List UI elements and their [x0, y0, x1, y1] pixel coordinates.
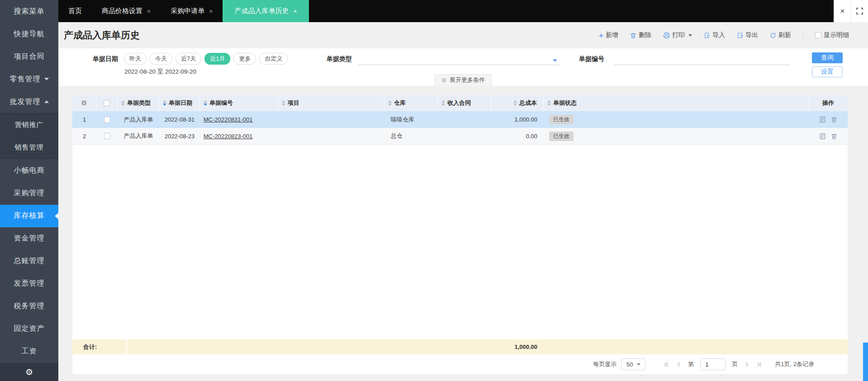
- date-pill-today[interactable]: 今天: [150, 53, 172, 65]
- select-all-cell: [96, 95, 118, 111]
- show-detail-checkbox[interactable]: [815, 32, 821, 38]
- document-number-link[interactable]: MC-20220831-001: [204, 116, 252, 123]
- sidebar-item-retail-mgmt[interactable]: 零售管理: [0, 68, 58, 90]
- import-button[interactable]: 导入: [704, 31, 725, 39]
- tab-finished-goods-inbound-history[interactable]: 产成品入库单历史×: [223, 0, 308, 22]
- header-warehouse[interactable]: 仓库: [384, 95, 438, 111]
- date-pill-yesterday[interactable]: 昨天: [124, 53, 147, 65]
- sort-icon[interactable]: [388, 100, 392, 106]
- plus-icon: +: [599, 32, 603, 39]
- document-type-select[interactable]: [358, 52, 559, 65]
- tab-purchase-request[interactable]: 采购申请单×: [161, 0, 223, 22]
- totals-label: 合计:: [72, 339, 127, 354]
- tab-product-price-settings[interactable]: 商品价格设置×: [92, 0, 161, 22]
- sidebar-item-inventory-accounting[interactable]: 库存核算: [0, 205, 58, 227]
- chevron-down-icon: [44, 78, 49, 80]
- fullscreen-icon: [856, 8, 863, 14]
- table-row[interactable]: 1 产品入库单 2022-08-31 MC-20220831-001 嘻嘻仓库 …: [72, 111, 848, 128]
- chevron-down-icon: [553, 59, 557, 62]
- sidebar-item-wholesale-mgmt[interactable]: 批发管理: [0, 90, 58, 113]
- sidebar-item-tax-mgmt[interactable]: 税务管理: [0, 295, 58, 318]
- sort-icon[interactable]: [121, 100, 125, 106]
- settings-button[interactable]: 设置: [812, 66, 843, 77]
- sort-icon[interactable]: [282, 100, 285, 106]
- sort-icon[interactable]: [547, 100, 551, 106]
- close-tab-icon[interactable]: ×: [293, 8, 297, 15]
- select-all-checkbox[interactable]: [104, 100, 110, 106]
- sidebar-item-general-ledger[interactable]: 总账管理: [0, 250, 58, 273]
- date-pill-last-month[interactable]: 近1月: [204, 53, 230, 65]
- sort-icon[interactable]: [513, 100, 517, 106]
- sidebar-item-marketing[interactable]: 营销推广: [0, 113, 58, 136]
- page-number-input[interactable]: [700, 358, 726, 370]
- add-button[interactable]: + 新增: [599, 31, 618, 39]
- query-button[interactable]: 查询: [812, 52, 843, 63]
- header-document-type[interactable]: 单据类型: [118, 95, 159, 111]
- sidebar-item-funds-mgmt[interactable]: 资金管理: [0, 227, 58, 250]
- per-page-select[interactable]: 50: [621, 358, 645, 370]
- header-document-number[interactable]: 单据编号: [200, 95, 278, 111]
- sidebar: 搜索菜单 快捷导航 项目合同 零售管理 批发管理 营销推广 销售管理 小畅电商 …: [0, 0, 58, 381]
- delete-row-icon[interactable]: [831, 116, 837, 123]
- row-checkbox[interactable]: [104, 133, 110, 139]
- sidebar-item-search-menu[interactable]: 搜索菜单: [0, 0, 58, 23]
- pagination: 每页显示 50 第 页: [72, 354, 848, 374]
- export-button[interactable]: 导出: [737, 31, 758, 39]
- row-seq: 2: [72, 128, 96, 144]
- view-document-icon[interactable]: [819, 133, 826, 140]
- cell-warehouse: 总仓: [384, 128, 438, 144]
- expand-more-conditions[interactable]: 展开更多条件: [435, 74, 492, 86]
- next-page-button[interactable]: [744, 362, 750, 367]
- header-actions: 操作: [809, 95, 848, 111]
- document-date-label: 单据日期: [93, 55, 118, 63]
- header-project[interactable]: 项目: [278, 95, 384, 111]
- first-page-button[interactable]: [664, 362, 669, 367]
- view-document-icon[interactable]: [819, 116, 826, 123]
- header-document-date[interactable]: 单据日期: [159, 95, 200, 111]
- document-number-link[interactable]: MC-20220823-001: [204, 133, 252, 140]
- sidebar-item-project-contract[interactable]: 项目合同: [0, 45, 58, 68]
- chevron-down-icon: [688, 34, 692, 37]
- fullscreen-button[interactable]: [851, 0, 868, 22]
- sidebar-item-quick-nav[interactable]: 快捷导航: [0, 23, 58, 45]
- document-number-input[interactable]: [614, 52, 790, 65]
- last-page-button[interactable]: [756, 362, 762, 367]
- sidebar-item-payroll[interactable]: 工资: [0, 340, 58, 363]
- print-button[interactable]: 打印: [663, 31, 692, 39]
- sort-icon[interactable]: [163, 100, 166, 106]
- header-total-cost[interactable]: 总成本: [491, 95, 544, 111]
- prev-page-button[interactable]: [676, 362, 682, 367]
- date-pill-custom[interactable]: 自定义: [259, 53, 288, 65]
- close-window-button[interactable]: ×: [834, 0, 851, 22]
- sidebar-item-ecommerce[interactable]: 小畅电商: [0, 159, 58, 182]
- sidebar-item-fixed-assets[interactable]: 固定资产: [0, 318, 58, 340]
- status-badge: 已生效: [549, 115, 574, 124]
- table-header: ⚙ 单据类型 单据日期 单据编号 项目 仓库 收入合同 总成本 单据状态 操作: [72, 95, 848, 111]
- header-document-status[interactable]: 单据状态: [544, 95, 809, 111]
- tab-home[interactable]: 首页: [58, 0, 92, 22]
- sort-icon[interactable]: [441, 100, 445, 106]
- sidebar-item-invoice-mgmt[interactable]: 发票管理: [0, 273, 58, 295]
- delete-row-icon[interactable]: [831, 133, 837, 140]
- refresh-button[interactable]: 刷新: [770, 31, 791, 39]
- sidebar-settings-button[interactable]: ⚙: [0, 363, 58, 381]
- prev-page-icon: [676, 362, 682, 367]
- delete-button[interactable]: 删除: [630, 31, 651, 39]
- row-checkbox[interactable]: [104, 117, 110, 123]
- document-number-label: 单据编号: [579, 55, 604, 63]
- vertical-scrollbar-thumb[interactable]: [863, 343, 868, 381]
- header-income-contract[interactable]: 收入合同: [438, 95, 491, 111]
- show-detail-toggle[interactable]: 显示明细: [815, 31, 849, 39]
- sort-icon[interactable]: [204, 100, 207, 106]
- sidebar-item-purchase-mgmt[interactable]: 采购管理: [0, 182, 58, 205]
- table-row[interactable]: 2 产品入库单 2022-08-23 MC-20220823-001 总仓 0.…: [72, 128, 848, 145]
- close-tab-icon[interactable]: ×: [147, 8, 151, 15]
- sidebar-item-sales-mgmt[interactable]: 销售管理: [0, 136, 58, 159]
- date-pill-last7days[interactable]: 近7天: [175, 53, 201, 65]
- column-settings-button[interactable]: ⚙: [72, 95, 96, 111]
- close-tab-icon[interactable]: ×: [209, 8, 213, 15]
- next-page-icon: [744, 362, 750, 367]
- date-pill-more[interactable]: 更多: [233, 53, 256, 65]
- printer-icon: [663, 32, 670, 39]
- cell-total-cost: 1,000.00: [491, 111, 544, 128]
